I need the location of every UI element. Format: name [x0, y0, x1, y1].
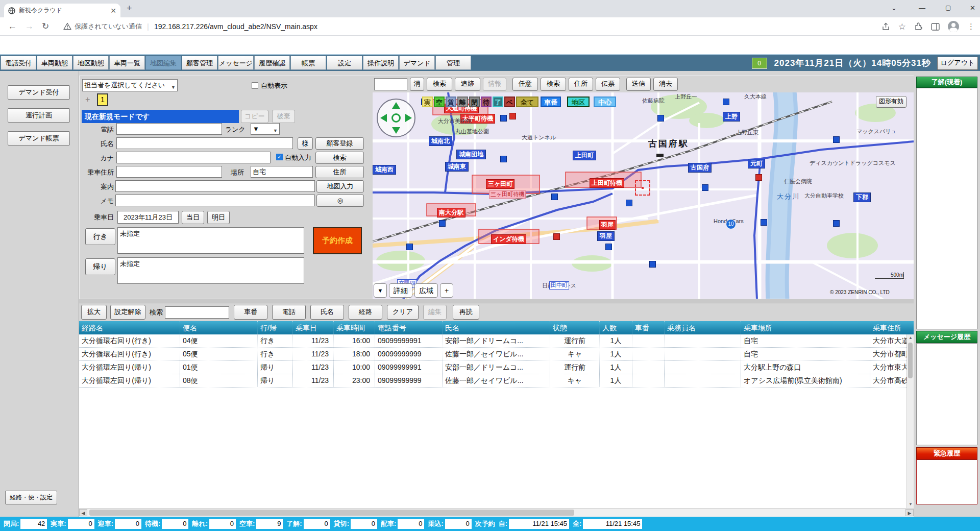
table-row[interactable]: 大分循環右回り(行き)05便行き11/2318:0009099999999佐藤一…: [79, 348, 914, 361]
map-toolbar-button-7[interactable]: 住所: [569, 78, 593, 91]
status-field-2[interactable]: 0: [68, 519, 94, 529]
grid-clear-button[interactable]: クリア: [387, 305, 419, 320]
security-chip[interactable]: 保護されていない通信: [63, 22, 142, 31]
tab-search-chevron-icon[interactable]: ⌄: [891, 4, 897, 12]
scroll-down-icon[interactable]: ▼: [907, 501, 914, 508]
menu-item-9[interactable]: 帳票: [290, 56, 326, 70]
menu-item-8[interactable]: 履歴確認: [254, 56, 290, 70]
ride-date-input[interactable]: 2023年11月23日: [117, 211, 179, 224]
column-header-6[interactable]: 電話番号: [375, 321, 443, 334]
map-toggle-11[interactable]: 地区: [567, 96, 590, 107]
status-field-5[interactable]: 0: [209, 519, 236, 529]
horizontal-scroll-thumb[interactable]: [89, 510, 574, 516]
grid-reload-button[interactable]: 再読: [453, 305, 479, 320]
map-detail-button[interactable]: 詳細: [389, 283, 412, 298]
status-field-10[interactable]: 0: [445, 519, 472, 529]
logout-button[interactable]: ログアウト: [937, 57, 978, 70]
honorific-button[interactable]: 様: [298, 137, 313, 150]
map-toolbar-button-4[interactable]: 情報: [483, 78, 506, 91]
window-maximize-icon[interactable]: ▢: [945, 4, 951, 11]
status-field-9[interactable]: 0: [398, 519, 424, 529]
grid-filter-経路[interactable]: 経路: [349, 305, 382, 320]
menu-item-3[interactable]: 地区動態: [73, 56, 109, 70]
map-toggle-4[interactable]: 離: [457, 96, 468, 107]
table-horizontal-scrollbar[interactable]: ◀ ▶: [79, 508, 914, 517]
menu-item-11[interactable]: 操作説明: [363, 56, 399, 70]
browser-menu-icon[interactable]: ⋮: [967, 22, 975, 31]
status-field-6[interactable]: 9: [256, 519, 283, 529]
map-search-input[interactable]: [374, 78, 407, 90]
grid-expand-button[interactable]: 拡大: [81, 305, 107, 320]
grid-unset-button[interactable]: 設定解除: [110, 305, 145, 320]
table-row[interactable]: 大分循環左回り(帰り)08便帰り11/2323:0009099999999佐藤一…: [79, 374, 914, 388]
scroll-right-icon[interactable]: ▶: [905, 509, 914, 516]
route-settings-button[interactable]: 経路・便・設定: [5, 491, 57, 504]
menu-item-12[interactable]: デマンド: [399, 56, 435, 70]
sidebar-button-1[interactable]: デマンド受付: [8, 85, 70, 100]
column-header-4[interactable]: 乗車日: [293, 321, 334, 334]
map-mode-dropdown[interactable]: ▼: [374, 283, 387, 298]
grid-edit-button[interactable]: 編集: [423, 305, 447, 320]
grid-filter-車番[interactable]: 車番: [234, 305, 267, 320]
discard-button[interactable]: 破棄: [272, 110, 295, 123]
customer-register-button[interactable]: 顧客登録: [315, 137, 364, 150]
grid-filter-電話[interactable]: 電話: [272, 305, 306, 320]
column-header-9[interactable]: 人数: [600, 321, 632, 334]
customer-search-button[interactable]: 検索: [315, 152, 364, 164]
pickup-address-input[interactable]: [116, 166, 222, 178]
status-field-1[interactable]: 42: [20, 519, 47, 529]
column-header-12[interactable]: 乗車場所: [741, 321, 870, 334]
column-header-3[interactable]: 行/帰: [258, 321, 293, 334]
kana-input[interactable]: [116, 152, 271, 163]
sidebar-button-2[interactable]: 運行計画: [8, 108, 70, 123]
column-header-1[interactable]: 経路名: [79, 321, 180, 334]
status-field-4[interactable]: 0: [162, 519, 188, 529]
pan-down-icon[interactable]: [392, 127, 400, 134]
map-toggle-10[interactable]: 車番: [541, 96, 561, 107]
status-field-3[interactable]: 0: [115, 519, 141, 529]
window-close-icon[interactable]: ✕: [970, 4, 975, 12]
menu-item-5[interactable]: 地図編集: [145, 56, 181, 70]
outbound-button[interactable]: 行き: [85, 228, 115, 245]
table-row[interactable]: 大分循環右回り(行き)04便行き11/2316:0009099999991安部一…: [79, 334, 914, 348]
column-header-5[interactable]: 乗車時間: [334, 321, 375, 334]
profile-avatar[interactable]: [948, 21, 959, 32]
column-header-8[interactable]: 状態: [550, 321, 600, 334]
add-ticket-tab[interactable]: +: [85, 95, 92, 104]
bookmark-star-icon[interactable]: ☆: [898, 21, 906, 32]
table-row[interactable]: 大分循環左回り(帰り)01便帰り11/2310:0009099999991安部一…: [79, 361, 914, 374]
guide-input[interactable]: [115, 180, 315, 192]
map-input-button[interactable]: 地図入力: [316, 180, 364, 192]
column-header-10[interactable]: 車番: [632, 321, 665, 334]
scroll-left-icon[interactable]: ◀: [79, 509, 87, 516]
menu-item-7[interactable]: メッセージ: [218, 56, 254, 70]
status-field-7[interactable]: 0: [304, 519, 330, 529]
map-toggle-5[interactable]: 閉: [469, 96, 480, 107]
url-text[interactable]: 192.168.217.226/avm_cloud_abe2/NSV_main.…: [154, 22, 317, 31]
rank-select[interactable]: ▼ ▼: [251, 123, 280, 135]
return-textarea[interactable]: 未指定: [117, 257, 304, 284]
map-toggle-6[interactable]: 待: [481, 96, 492, 107]
menu-item-1[interactable]: 電話受付: [1, 56, 36, 70]
vertical-scroll-thumb[interactable]: [908, 343, 913, 378]
browser-tab[interactable]: 新視令クラウド ✕: [4, 4, 120, 17]
map-toolbar-button-5[interactable]: 任意: [512, 78, 538, 91]
sidebar-icon[interactable]: [931, 23, 940, 31]
menu-item-13[interactable]: 管理: [435, 56, 471, 70]
horizontal-splitter[interactable]: [79, 299, 914, 303]
map-toolbar-button-9[interactable]: 送信: [626, 78, 651, 91]
map-plus-button[interactable]: +: [440, 283, 453, 298]
menu-item-2[interactable]: 車両動態: [37, 56, 72, 70]
menu-item-6[interactable]: 顧客管理: [182, 56, 217, 70]
map-toggle-2[interactable]: 空: [434, 96, 445, 107]
outbound-textarea[interactable]: 未指定: [117, 227, 304, 254]
menu-item-4[interactable]: 車両一覧: [109, 56, 145, 70]
pan-right-icon[interactable]: [405, 114, 412, 122]
tab-close-icon[interactable]: ✕: [110, 7, 116, 15]
map-toolbar-button-6[interactable]: 検索: [541, 78, 566, 91]
reload-icon[interactable]: ↻: [42, 21, 49, 32]
column-header-7[interactable]: 氏名: [443, 321, 550, 334]
operator-select[interactable]: 担当者を選択してください ▼: [82, 79, 178, 91]
map-toolbar-button-10[interactable]: 消去: [653, 78, 678, 91]
memo-input[interactable]: [115, 195, 315, 206]
